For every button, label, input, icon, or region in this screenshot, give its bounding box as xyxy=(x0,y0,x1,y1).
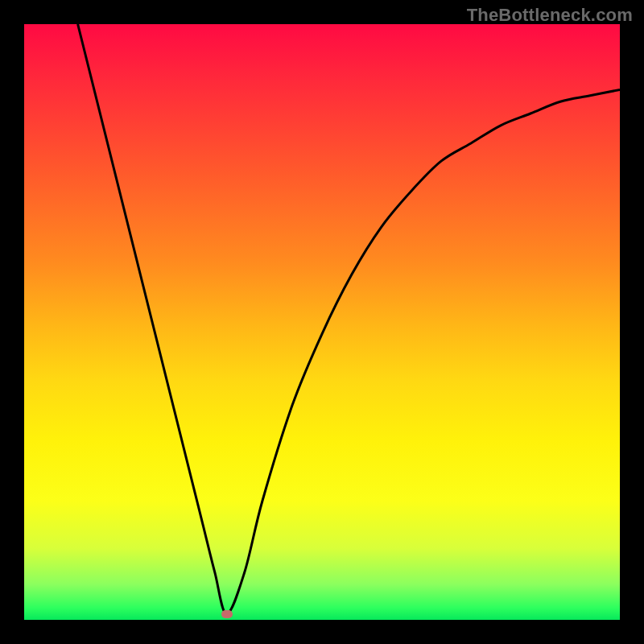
min-point-marker xyxy=(221,610,233,618)
plot-area xyxy=(24,24,620,620)
bottleneck-curve xyxy=(78,24,620,614)
chart-container: TheBottleneck.com xyxy=(0,0,644,644)
watermark-text: TheBottleneck.com xyxy=(467,5,633,26)
curve-svg xyxy=(24,24,620,620)
